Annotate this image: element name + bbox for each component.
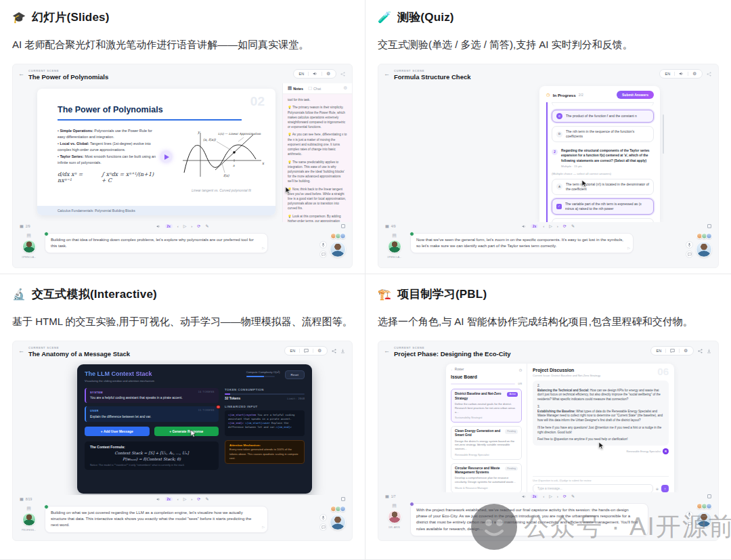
pencil-icon[interactable]: ✎ [205,497,208,501]
chat-button[interactable] [319,523,327,531]
volume-icon[interactable] [522,495,526,498]
option-row[interactable]: D The nth term in the sequence of the fu… [552,126,654,142]
share-icon[interactable] [698,349,703,353]
replay-icon[interactable]: ⟳ [563,494,567,498]
pencil-icon[interactable]: ✎ [571,494,575,498]
message-input[interactable] [533,484,653,492]
chat-button[interactable] [686,521,693,528]
mic-button[interactable] [686,241,693,249]
share-icon[interactable] [332,349,336,353]
replay-icon[interactable]: ⟳ [197,224,200,228]
download-icon[interactable] [340,349,345,353]
mic-button[interactable] [686,511,693,519]
book-icon[interactable]: ▤ [26,233,31,238]
replay-icon[interactable]: ⟳ [197,497,200,501]
play-icon[interactable]: ▷ [183,224,187,228]
tab-chat[interactable]: ▢Chat [308,86,321,91]
system-message-card[interactable]: SYSTEM16 TOKENS You are a helpful coding… [85,388,219,404]
chat-button[interactable] [686,251,693,258]
back-arrow-icon[interactable]: ← [384,347,390,354]
reset-button[interactable]: Reset [285,370,305,379]
issue-card[interactable]: Circular Resource and Waste Management S… [451,463,522,492]
notes-list[interactable]: tool for this task. 💡 The primary reason… [283,94,352,222]
book-icon[interactable]: ▤ [392,503,397,509]
language-toggle[interactable]: EN [299,72,305,76]
chat-bubble-icon[interactable] [304,349,309,353]
next-icon[interactable]: › [557,494,558,498]
delete-badge[interactable] [216,405,221,410]
add-user-message-button[interactable]: + Add User Message [85,427,150,436]
speed-badge[interactable]: 2x [531,224,538,228]
teacher-avatar[interactable] [22,513,36,526]
play-icon[interactable]: ▷ [549,494,552,498]
option-row-selected[interactable]: ✓ The variable part of the nth term is e… [552,198,654,215]
prev-icon[interactable]: ‹ [177,224,179,228]
book-icon[interactable]: ▤ [392,233,397,238]
issue-card-active[interactable]: District Baseline and Net-Zero StrategyA… [451,389,522,423]
student-avatar[interactable] [696,511,712,527]
option-row[interactable]: C The product of the function f and the … [552,110,654,123]
grid-icon[interactable]: ▦ [20,497,24,501]
panel-gear-icon[interactable]: ⚙ [343,86,347,91]
gear-icon[interactable]: ⚙ [684,349,688,353]
fullscreen-icon[interactable] [707,494,711,498]
message-play-icon[interactable]: ▷ [627,246,630,251]
roster-back-link[interactable]: ← Roster [451,368,464,372]
play-icon[interactable]: ▷ [183,497,187,501]
attach-icon[interactable]: ⊕ [656,487,659,491]
scrollbar[interactable] [663,114,664,154]
play-icon[interactable]: ▷ [549,224,552,228]
speed-badge[interactable]: 2x [531,494,538,498]
pencil-icon[interactable]: ✎ [205,224,208,228]
language-toggle[interactable]: EN [290,349,296,353]
next-icon[interactable]: › [557,224,558,228]
issue-card[interactable]: Clean Energy Generation and Smart GridPe… [451,426,522,460]
fullscreen-icon[interactable] [341,497,345,501]
grid-icon[interactable]: ▦ [385,494,389,498]
send-button[interactable]: ↑ [661,485,669,492]
teacher-avatar[interactable] [22,240,36,253]
mic-button[interactable] [319,514,327,521]
speed-badge[interactable]: 2x [165,497,173,501]
language-toggle[interactable]: EN [657,349,662,353]
share-icon[interactable] [707,72,711,77]
speaker-icon[interactable] [679,72,684,76]
teacher-avatar[interactable] [388,510,401,523]
gear-icon[interactable]: ⚙ [317,349,322,353]
student-avatar[interactable] [696,241,712,257]
controls-pill[interactable]: EN ⚙ [659,69,703,79]
prev-icon[interactable]: ‹ [543,494,544,498]
fullscreen-icon[interactable] [341,224,345,228]
volume-icon[interactable] [156,498,160,501]
volume-icon[interactable] [156,225,160,228]
book-icon[interactable]: ▤ [26,506,31,511]
speaker-icon[interactable] [313,72,317,76]
replay-icon[interactable]: ⟳ [563,224,567,228]
user-message-card[interactable]: USER15 TOKENS Explain the difference bet… [85,406,219,422]
prev-icon[interactable]: ‹ [543,224,544,228]
download-icon[interactable] [707,349,711,353]
prev-icon[interactable]: ‹ [177,497,179,501]
submit-answers-button[interactable]: Submit Answers [617,91,654,99]
chat-bubble-icon[interactable] [670,349,675,353]
back-arrow-icon[interactable]: ← [18,70,24,77]
student-avatar[interactable] [330,514,346,530]
controls-pill[interactable]: EN ⚙ [650,346,694,356]
share-icon[interactable] [340,72,345,77]
gear-icon[interactable]: ⚙ [326,72,330,77]
gear-icon[interactable]: ⚙ [692,72,696,77]
chat-button[interactable] [319,251,327,258]
message-play-icon[interactable]: ▷ [642,528,645,534]
back-arrow-icon[interactable]: ← [18,347,24,354]
mic-button[interactable] [319,241,327,249]
option-row[interactable]: A The term n factorial (n!) is located i… [552,179,654,195]
generate-response-button[interactable]: + Generate Response [154,427,219,436]
speed-badge[interactable]: 2x [165,224,173,228]
language-toggle[interactable]: EN [665,72,671,76]
message-play-icon[interactable]: ▷ [262,246,265,251]
play-button[interactable] [160,151,172,163]
teacher-avatar[interactable] [388,240,401,253]
controls-pill[interactable]: EN ⚙ [284,346,328,356]
student-avatar[interactable] [330,241,346,257]
tab-notes[interactable]: ▤Notes [288,86,303,91]
